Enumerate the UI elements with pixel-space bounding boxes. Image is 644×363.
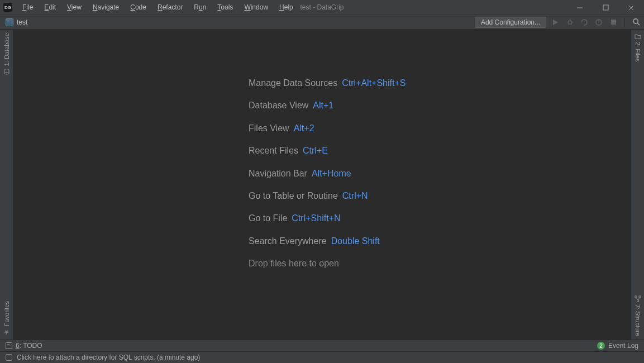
welcome-action-shortcut: Ctrl+Shift+N: [292, 213, 340, 223]
menu-file[interactable]: File: [18, 2, 37, 12]
titlebar: DG File Edit View Navigate Code Refactor…: [0, 0, 644, 15]
welcome-action-label: Recent Files: [249, 146, 298, 155]
todo-icon: [6, 342, 12, 349]
welcome-action-shortcut: Alt+1: [313, 101, 333, 110]
svg-rect-15: [611, 20, 616, 25]
toolwindow-tab-todo[interactable]: 6: TODO: [16, 342, 42, 350]
welcome-action-shortcut: Ctrl+Alt+Shift+S: [342, 78, 406, 88]
toolbar: test Add Configuration...: [0, 15, 644, 30]
welcome-action[interactable]: Navigation BarAlt+Home: [249, 168, 406, 180]
svg-rect-19: [635, 296, 637, 298]
main-body: 1: Database ★ Favorites Manage Data Sour…: [0, 30, 644, 340]
close-button[interactable]: [618, 0, 644, 15]
profile-icon[interactable]: [593, 17, 604, 28]
welcome-action-label: Go to File: [249, 213, 287, 223]
right-toolwindow-bar: 2: Files 7: Structure: [631, 30, 644, 340]
svg-point-16: [633, 19, 637, 23]
toolwindow-tab-label: 1: Database: [3, 33, 10, 66]
toolwindow-tab-event-log[interactable]: Event Log: [608, 342, 638, 350]
welcome-action[interactable]: Search EverywhereDouble Shift: [249, 235, 406, 247]
toolwindow-tab-structure[interactable]: 7: Structure: [634, 295, 642, 336]
menu-navigate[interactable]: Navigate: [88, 2, 123, 12]
welcome-action-label: Go to Table or Routine: [249, 191, 338, 200]
stop-icon[interactable]: [608, 17, 619, 28]
toolwindow-tab-label: Favorites: [3, 301, 10, 326]
menu-view[interactable]: View: [63, 2, 86, 12]
status-bar: Click here to attach a directory for SQL…: [0, 351, 644, 363]
welcome-action[interactable]: Files ViewAlt+2: [249, 122, 406, 135]
star-icon: ★: [3, 328, 11, 336]
svg-marker-4: [553, 20, 558, 25]
maximize-button[interactable]: [593, 0, 618, 15]
breadcrumb: test: [6, 18, 27, 26]
svg-line-10: [571, 24, 572, 25]
welcome-action-label: Search Everywhere: [249, 236, 327, 246]
welcome-action-shortcut: Ctrl+E: [303, 146, 328, 155]
drop-hint: Drop files here to open: [249, 257, 406, 270]
svg-rect-21: [637, 300, 638, 302]
menu-edit[interactable]: Edit: [40, 2, 60, 12]
toolwindow-tab-favorites[interactable]: ★ Favorites: [3, 301, 11, 336]
welcome-action-shortcut: Alt+Home: [312, 169, 351, 178]
debug-icon[interactable]: [564, 17, 575, 28]
menu-window[interactable]: Window: [240, 2, 273, 12]
menu-code[interactable]: Code: [126, 2, 151, 12]
database-icon: [3, 68, 11, 75]
svg-line-17: [637, 23, 640, 25]
toolwindow-tab-files[interactable]: 2: Files: [634, 33, 642, 61]
svg-rect-1: [603, 5, 608, 10]
toolwindow-tab-label: 2: Files: [635, 42, 641, 61]
toolwindow-toggle-icon[interactable]: [6, 354, 12, 361]
welcome-action-label: Files View: [249, 123, 289, 133]
window-title: test - DataGrip: [300, 3, 344, 11]
menu-help[interactable]: Help: [275, 2, 298, 12]
minimize-button[interactable]: [567, 0, 593, 15]
svg-line-22: [636, 298, 638, 300]
run-with-coverage-icon[interactable]: [579, 17, 590, 28]
menu-refactor[interactable]: Refactor: [153, 2, 187, 12]
left-toolwindow-bar: 1: Database ★ Favorites: [0, 30, 13, 340]
welcome-action[interactable]: Go to FileCtrl+Shift+N: [249, 212, 406, 225]
welcome-action-shortcut: Ctrl+N: [342, 191, 368, 200]
menubar: File Edit View Navigate Code Refactor Ru…: [18, 2, 298, 12]
toolwindow-tab-database[interactable]: 1: Database: [3, 33, 11, 75]
menu-tools[interactable]: Tools: [213, 2, 237, 12]
welcome-action[interactable]: Database ViewAlt+1: [249, 99, 406, 112]
project-icon: [6, 18, 13, 26]
toolwindow-tab-label: 7: Structure: [635, 304, 641, 336]
search-icon[interactable]: [631, 17, 642, 28]
add-configuration-button[interactable]: Add Configuration...: [475, 17, 546, 28]
structure-icon: [634, 295, 642, 302]
window-controls: [567, 0, 644, 15]
welcome-action-shortcut: Double Shift: [331, 236, 380, 246]
bottom-toolwindow-bar: 6: TODO 2 Event Log: [0, 340, 644, 351]
welcome-action[interactable]: Recent FilesCtrl+E: [249, 145, 406, 157]
svg-point-5: [568, 21, 571, 24]
project-label[interactable]: test: [17, 18, 27, 26]
svg-rect-20: [639, 296, 641, 298]
welcome-action-shortcut: Alt+2: [294, 123, 314, 133]
welcome-action[interactable]: Go to Table or RoutineCtrl+N: [249, 190, 406, 202]
welcome-actions: Manage Data SourcesCtrl+Alt+Shift+SDatab…: [249, 77, 406, 280]
welcome-action-label: Database View: [249, 101, 308, 110]
event-count-badge: 2: [597, 342, 605, 350]
editor-area[interactable]: Manage Data SourcesCtrl+Alt+Shift+SDatab…: [13, 30, 631, 340]
run-icon[interactable]: [550, 17, 561, 28]
welcome-action[interactable]: Manage Data SourcesCtrl+Alt+Shift+S: [249, 77, 406, 89]
welcome-action-label: Navigation Bar: [249, 169, 307, 178]
app-icon: DG: [3, 3, 12, 12]
svg-line-9: [568, 24, 569, 25]
welcome-action-label: Manage Data Sources: [249, 78, 337, 88]
menu-run[interactable]: Run: [189, 2, 211, 12]
svg-line-23: [638, 298, 640, 300]
svg-point-18: [4, 73, 9, 74]
folder-icon: [634, 33, 642, 40]
status-message[interactable]: Click here to attach a directory for SQL…: [17, 354, 200, 361]
